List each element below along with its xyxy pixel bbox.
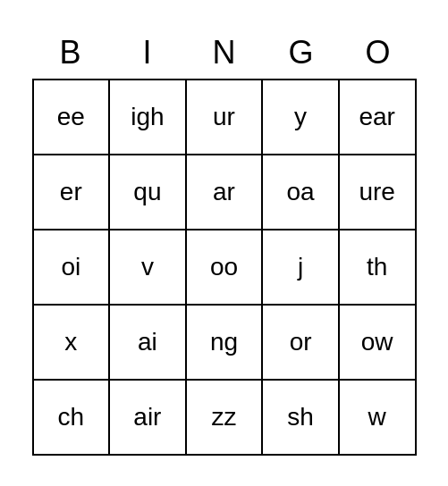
cell-1-2: ar [187,155,264,229]
header-b: B [32,30,109,75]
cell-3-0: x [34,306,111,379]
cell-1-0: er [34,155,111,229]
bingo-row: oi v oo j th [34,230,415,306]
bingo-header: B I N G O [32,30,417,75]
cell-3-4: ow [340,306,415,379]
cell-0-1: igh [110,80,187,154]
cell-1-3: oa [263,155,340,229]
cell-2-3: j [263,230,340,304]
cell-3-2: ng [187,306,264,379]
cell-0-3: y [263,80,340,154]
cell-4-4: w [340,381,415,454]
cell-0-2: ur [187,80,264,154]
cell-0-4: ear [340,80,415,154]
cell-0-0: ee [34,80,111,154]
cell-1-4: ure [340,155,415,229]
cell-4-3: sh [263,381,340,454]
cell-2-1: v [110,230,187,304]
cell-2-2: oo [187,230,264,304]
header-i: I [109,30,186,75]
bingo-card: B I N G O ee igh ur y ear er qu ar oa ur… [32,30,417,456]
cell-4-1: air [110,381,187,454]
bingo-grid: ee igh ur y ear er qu ar oa ure oi v oo … [32,79,417,456]
header-n: N [186,30,263,75]
cell-2-4: th [340,230,415,304]
bingo-row: er qu ar oa ure [34,155,415,230]
cell-1-1: qu [110,155,187,229]
cell-3-3: or [263,306,340,379]
cell-3-1: ai [110,306,187,379]
bingo-row: x ai ng or ow [34,306,415,381]
header-g: G [263,30,340,75]
bingo-row: ee igh ur y ear [34,80,415,155]
cell-4-0: ch [34,381,111,454]
header-o: O [340,30,417,75]
bingo-row: ch air zz sh w [34,381,415,454]
cell-2-0: oi [34,230,111,304]
cell-4-2: zz [187,381,264,454]
